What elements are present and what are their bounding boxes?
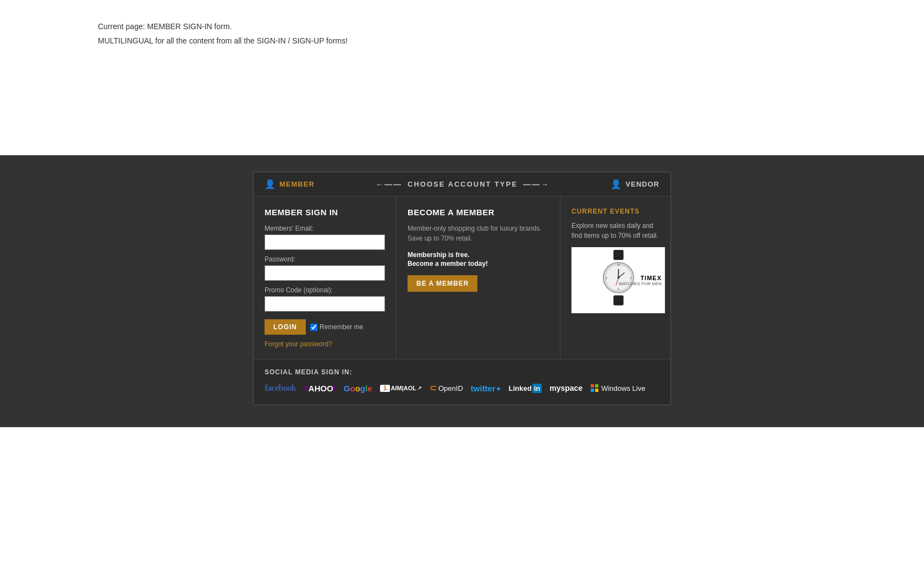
remember-checkbox[interactable] [310,324,317,331]
linkedin-icon: Linkedin [509,384,542,393]
current-page-label: Current page: MEMBER SIGN-IN form. [98,22,924,31]
svg-rect-14 [591,389,594,392]
choose-label: CHOOSE ACCOUNT TYPE [408,180,518,188]
windows-live-icon: Windows Live [590,384,645,392]
multilingual-label: MULTILINGUAL for all the content from al… [98,36,924,45]
aim-icon: 🏃 AIM|AOL↗ [380,385,422,392]
svg-rect-0 [613,250,623,260]
password-label: Password: [265,255,385,263]
become-title: BECOME A MEMBER [408,208,549,217]
modal-body: MEMBER SIGN IN Members' Email: Password:… [254,197,670,359]
arrow-left-icon: ←—— [376,180,402,189]
windows-logo [590,384,599,392]
signin-column: MEMBER SIGN IN Members' Email: Password:… [254,197,397,359]
choose-account-type: ←—— CHOOSE ACCOUNT TYPE ——→ [376,180,549,189]
become-column: BECOME A MEMBER Member-only shopping clu… [397,197,560,359]
vendor-tab[interactable]: 👤 VENDOR [610,179,659,189]
signin-title: MEMBER SIGN IN [265,208,385,217]
twitter-icon: twitter✦ [471,384,501,393]
social-icons: facebook YAHOO! Google 🏃 [265,383,659,394]
dark-section: 👤 MEMBER ←—— CHOOSE ACCOUNT TYPE ——→ 👤 V… [0,155,924,427]
google-icon: Google [344,384,372,393]
myspace-button[interactable]: myspace [549,384,582,392]
svg-rect-13 [595,384,598,388]
vendor-icon: 👤 [610,179,622,189]
modal-container: 👤 MEMBER ←—— CHOOSE ACCOUNT TYPE ——→ 👤 V… [253,172,671,405]
watch-ad: 12 3 6 9 [571,247,665,313]
email-input[interactable] [265,235,385,250]
member-tab[interactable]: 👤 MEMBER [265,179,315,189]
openid-button[interactable]: ⊂OpenID [430,383,463,393]
yahoo-button[interactable]: YAHOO! [304,384,336,393]
email-label: Members' Email: [265,225,385,232]
social-title: SOCIAL MEDIA SIGN IN: [265,368,659,376]
promo-label: Promo Code (optional): [265,286,385,294]
aim-button[interactable]: 🏃 AIM|AOL↗ [380,385,422,392]
forgot-password-link[interactable]: Forgot your password? [265,340,385,348]
events-desc: Explore new sales daily and find items u… [571,221,659,241]
become-desc: Member-only shopping club for luxury bra… [408,223,549,243]
be-member-button[interactable]: BE A MEMBER [408,275,477,292]
windows-live-button[interactable]: Windows Live [590,384,645,392]
linkedin-button[interactable]: Linkedin [509,384,542,393]
facebook-icon: facebook [265,383,296,394]
become-free: Membership is free. [408,251,549,259]
member-label: MEMBER [279,180,315,188]
twitter-button[interactable]: twitter✦ [471,384,501,393]
member-icon: 👤 [265,179,276,189]
events-title: CURRENT EVENTS [571,208,659,215]
password-input[interactable] [265,265,385,281]
become-today: Become a member today! [408,260,549,268]
account-type-bar: 👤 MEMBER ←—— CHOOSE ACCOUNT TYPE ——→ 👤 V… [254,172,670,197]
vendor-label: VENDOR [625,180,659,188]
top-section: Current page: MEMBER SIGN-IN form. MULTI… [0,0,924,45]
social-footer: SOCIAL MEDIA SIGN IN: facebook YAHOO! Go… [254,359,670,405]
google-button[interactable]: Google [344,384,372,393]
svg-text:12: 12 [617,264,620,266]
svg-rect-15 [595,389,598,392]
myspace-icon: myspace [549,384,582,392]
remember-label[interactable]: Remember me [310,323,363,331]
brand-sub: WATCHES FOR MEN [619,281,662,286]
login-button[interactable]: LOGIN [265,319,306,335]
events-column: CURRENT EVENTS Explore new sales daily a… [560,197,670,359]
svg-rect-11 [613,296,623,306]
brand-name: TIMEX [619,275,662,281]
openid-icon: ⊂OpenID [430,383,463,393]
svg-rect-12 [591,384,594,388]
arrow-right-icon: ——→ [523,180,549,189]
yahoo-icon: YAHOO! [304,384,336,393]
login-row: LOGIN Remember me [265,319,385,335]
facebook-button[interactable]: facebook [265,383,296,394]
promo-input[interactable] [265,296,385,312]
